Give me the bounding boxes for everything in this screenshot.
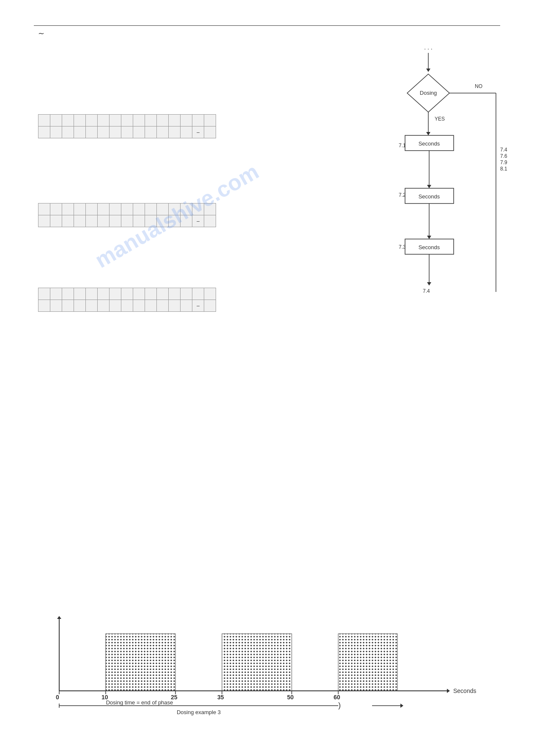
svg-text:NO: NO bbox=[475, 83, 482, 89]
svg-rect-49 bbox=[106, 634, 175, 691]
top-border-line bbox=[34, 25, 500, 26]
svg-text:8.1: 8.1 bbox=[500, 166, 507, 172]
svg-text:Dosing time = end of phase: Dosing time = end of phase bbox=[106, 699, 173, 706]
grid-table-1: – bbox=[38, 114, 216, 138]
svg-text:Seconds: Seconds bbox=[419, 140, 440, 147]
svg-text:Seconds: Seconds bbox=[419, 193, 440, 200]
svg-text:Seconds: Seconds bbox=[453, 687, 476, 694]
svg-marker-56 bbox=[400, 704, 403, 708]
svg-text:Dosing example 3: Dosing example 3 bbox=[177, 709, 221, 715]
svg-text:35: 35 bbox=[217, 694, 224, 701]
svg-text:7.6: 7.6 bbox=[500, 153, 507, 159]
wave-logo: ∼ bbox=[38, 29, 44, 38]
svg-marker-20 bbox=[427, 236, 431, 239]
flowchart-svg: · · · Dosing NO YES 7.1 Seconds 7.2 Seco… bbox=[378, 42, 513, 338]
svg-marker-10 bbox=[426, 132, 430, 135]
svg-marker-33 bbox=[57, 616, 61, 619]
svg-marker-15 bbox=[427, 185, 431, 188]
svg-text:Seconds: Seconds bbox=[419, 244, 440, 250]
grid-table-2: – bbox=[38, 203, 216, 227]
bottom-chart: Seconds 0 10 25 35 50 60 bbox=[34, 615, 500, 722]
svg-text:7.4: 7.4 bbox=[423, 288, 430, 294]
svg-marker-25 bbox=[427, 282, 431, 286]
svg-text:7.9: 7.9 bbox=[500, 159, 507, 165]
chart-svg: Seconds 0 10 25 35 50 60 bbox=[34, 615, 499, 720]
grid-table-3: – bbox=[38, 288, 216, 312]
svg-text:Dosing: Dosing bbox=[420, 90, 437, 96]
svg-text:60: 60 bbox=[334, 694, 340, 701]
svg-rect-51 bbox=[338, 634, 397, 691]
svg-text:50: 50 bbox=[287, 694, 294, 701]
svg-text:): ) bbox=[338, 701, 341, 709]
svg-text:YES: YES bbox=[435, 116, 445, 122]
svg-marker-2 bbox=[426, 69, 430, 72]
svg-text:· · ·: · · · bbox=[424, 45, 432, 52]
svg-text:7.4: 7.4 bbox=[500, 147, 507, 153]
svg-rect-50 bbox=[222, 634, 292, 691]
svg-text:0: 0 bbox=[56, 694, 59, 701]
svg-marker-35 bbox=[447, 689, 450, 693]
